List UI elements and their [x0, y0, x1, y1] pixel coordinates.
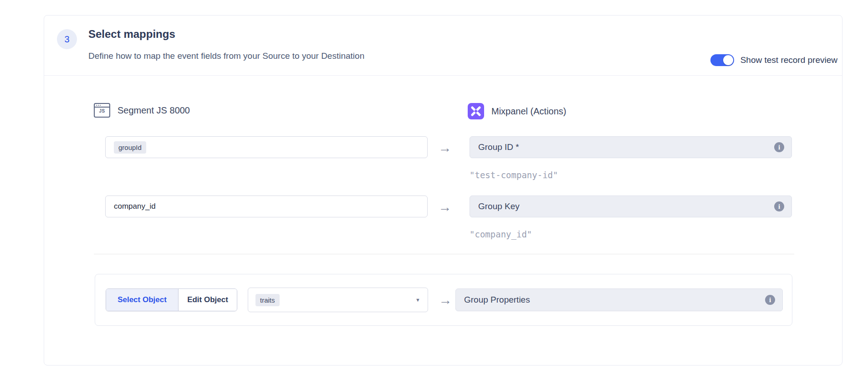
object-mode-button-group: Select Object Edit Object: [106, 288, 237, 311]
browser-js-icon: JS: [94, 103, 110, 118]
source-field-value: company_id: [114, 202, 156, 211]
edit-object-button[interactable]: Edit Object: [179, 289, 237, 311]
toggle-label: Show test record preview: [740, 55, 837, 65]
source-field-input-company-id[interactable]: company_id: [105, 196, 428, 217]
destination-field-label: Group Key: [478, 201, 774, 211]
source-field-input-groupid[interactable]: groupId: [105, 136, 428, 158]
mixpanel-icon: [468, 103, 484, 119]
browser-bar-icon: [95, 104, 109, 108]
destination-field-label: Group Properties: [464, 295, 765, 305]
source-name: Segment JS 8000: [117, 105, 190, 116]
test-record-preview-value: "test-company-id": [470, 170, 558, 180]
page-subtitle: Define how to map the event fields from …: [88, 51, 364, 61]
select-object-button[interactable]: Select Object: [106, 289, 179, 311]
info-icon[interactable]: i: [765, 295, 775, 305]
destination-field-group-key: Group Key i: [470, 196, 792, 217]
step-number-badge: 3: [57, 29, 77, 49]
destination-header: Mixpanel (Actions): [468, 103, 567, 119]
object-source-dropdown[interactable]: traits ▼: [248, 288, 428, 312]
selected-object-chip: traits: [255, 294, 280, 306]
select-mappings-card: 3 Select mappings Define how to map the …: [44, 15, 842, 366]
destination-field-label: Group ID *: [478, 142, 774, 152]
arrow-right-icon: →: [435, 293, 455, 308]
arrow-right-icon: →: [435, 200, 455, 215]
section-divider: [94, 254, 794, 254]
arrow-right-icon: →: [435, 140, 455, 155]
show-test-record-toggle[interactable]: [710, 54, 734, 66]
page-title: Select mappings: [88, 28, 175, 41]
info-icon[interactable]: i: [774, 201, 784, 211]
card-header: 3 Select mappings Define how to map the …: [44, 15, 842, 76]
destination-field-group-properties: Group Properties i: [455, 288, 783, 311]
source-token-chip[interactable]: groupId: [114, 141, 146, 154]
toggle-knob-icon: [723, 55, 733, 65]
destination-field-group-id: Group ID * i: [470, 136, 792, 158]
info-icon[interactable]: i: [774, 142, 784, 152]
source-header: JS Segment JS 8000: [94, 103, 190, 118]
chevron-down-icon: ▼: [415, 297, 420, 303]
destination-name: Mixpanel (Actions): [491, 106, 567, 117]
test-record-preview-control: Show test record preview: [710, 54, 837, 66]
object-mapping-box: Select Object Edit Object traits ▼ → Gro…: [95, 274, 792, 326]
test-record-preview-value: "company_id": [470, 229, 532, 239]
